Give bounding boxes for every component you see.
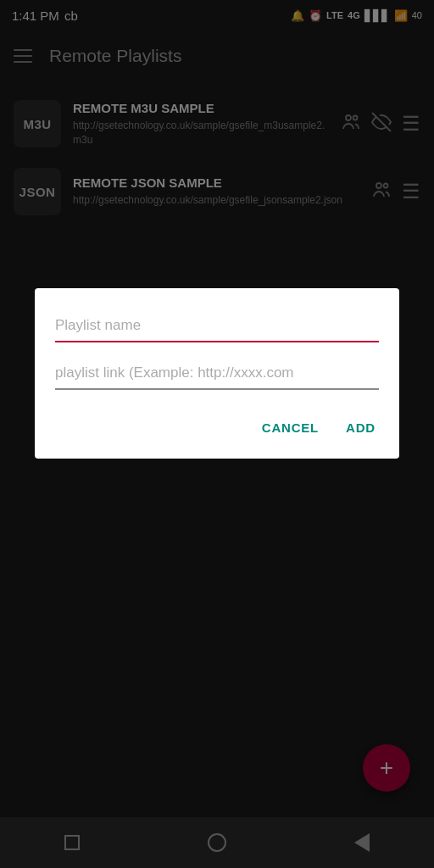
dialog-actions: CANCEL ADD [55, 407, 379, 442]
playlist-name-field [55, 312, 379, 342]
playlist-name-input[interactable] [55, 312, 379, 342]
add-playlist-dialog: CANCEL ADD [35, 288, 399, 459]
add-button[interactable]: ADD [342, 414, 379, 442]
playlist-link-input[interactable] [55, 359, 379, 390]
dialog-overlay: CANCEL ADD [0, 0, 434, 868]
playlist-link-field [55, 359, 379, 390]
cancel-button[interactable]: CANCEL [259, 414, 322, 442]
